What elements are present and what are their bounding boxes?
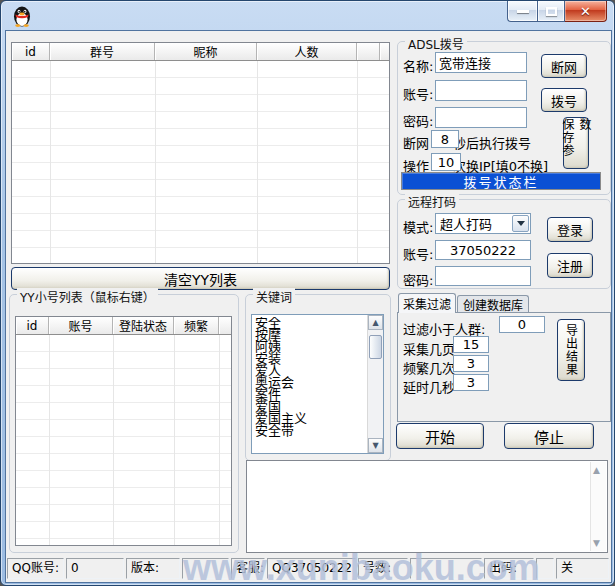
adsl-account-label: 账号:: [403, 84, 433, 103]
scroll-down-icon[interactable]: ▼: [593, 538, 600, 548]
column-header-label: 人数: [294, 43, 318, 60]
adsl-account-input[interactable]: [435, 80, 527, 101]
start-label: 开始: [425, 426, 455, 447]
operate-minutes-input[interactable]: [431, 153, 461, 171]
column-header-label: 群号: [90, 43, 114, 60]
log-scrollbar[interactable]: ▲ ▼: [590, 462, 606, 551]
keywords-items: 安全 按摩 阿姨 安装 爱人 奥运会 案件 爱国 爱国主义 安全带: [253, 317, 366, 452]
disconnect-seconds-input[interactable]: [431, 130, 459, 148]
pages-input[interactable]: [453, 336, 489, 353]
column-header-nick[interactable]: 昵称: [155, 43, 257, 60]
column-header-extra[interactable]: [357, 43, 380, 60]
scroll-down-icon[interactable]: ▼: [368, 438, 383, 453]
login-button[interactable]: 登录: [547, 217, 593, 242]
export-results-button[interactable]: 导出结果: [557, 319, 585, 381]
status-out-label: 出码:: [484, 558, 534, 579]
captcha-password-label: 密码:: [403, 270, 433, 289]
adsl-name-label: 名称:: [403, 56, 433, 75]
column-header-group[interactable]: 群号: [50, 43, 155, 60]
adsl-title: ADSL拨号: [405, 35, 467, 52]
stop-button[interactable]: 停止: [504, 423, 594, 449]
scrollbar-thumb[interactable]: [369, 335, 382, 359]
close-button[interactable]: ✕: [565, 1, 607, 22]
captcha-mode-select[interactable]: 超人打码: [435, 213, 531, 234]
adsl-name-input[interactable]: [435, 52, 527, 73]
column-header-account[interactable]: 账号: [49, 317, 113, 334]
operate-suffix: 次换IP[填0不换]: [453, 156, 548, 175]
save-params-button[interactable]: 保存参数: [563, 117, 589, 169]
remote-captcha-title: 远程打码: [405, 193, 459, 210]
yy-group-table[interactable]: id 群号 昵称 人数: [11, 42, 390, 264]
yy-accounts-table[interactable]: id 账号 登陆状态 频繁: [15, 316, 232, 546]
captcha-mode-value: 超人打码: [436, 214, 512, 233]
keywords-title: 关键词: [253, 288, 295, 305]
status-version-label: 版本:: [126, 558, 180, 579]
mode-label: 模式:: [403, 217, 433, 236]
register-button[interactable]: 注册: [547, 253, 593, 278]
scroll-up-icon[interactable]: ▲: [593, 465, 600, 475]
scroll-up-icon[interactable]: ▲: [368, 315, 383, 330]
log-output-box[interactable]: ▲ ▼: [246, 460, 608, 553]
qq-penguin-icon: [13, 5, 31, 27]
keywords-listbox[interactable]: 安全 按摩 阿姨 安装 爱人 奥运会 案件 爱国 爱国主义 安全带 ▲ ▼: [251, 314, 384, 454]
dial-button[interactable]: 拨号: [541, 88, 587, 112]
start-button[interactable]: 开始: [396, 423, 484, 449]
app-window: ✕ id 群号 昵称 人数 清空YY列表 YY小号列表（鼠标右键） id 账号: [0, 0, 615, 586]
keywords-scrollbar[interactable]: ▲ ▼: [367, 315, 383, 453]
disconnect-button[interactable]: 断网: [541, 54, 587, 78]
column-separator: [49, 335, 50, 545]
min-people-input[interactable]: [499, 316, 545, 333]
save-params-label: 保存参数: [559, 118, 593, 168]
clear-yy-list-button[interactable]: 清空YY列表: [11, 267, 390, 290]
yy-accounts-table-header: id 账号 登陆状态 频繁: [16, 317, 231, 335]
status-qq-label: QQ账号:: [7, 558, 64, 579]
combo-dropdown-button[interactable]: [512, 215, 529, 232]
clear-yy-list-label: 清空YY列表: [164, 269, 237, 289]
minimize-button[interactable]: [507, 1, 537, 22]
title-bar[interactable]: ✕: [1, 1, 614, 30]
maximize-button[interactable]: [537, 1, 565, 22]
column-header-label: 账号: [68, 317, 92, 334]
caption-buttons: ✕: [507, 1, 607, 22]
column-header-status[interactable]: 登陆状态: [113, 317, 174, 334]
column-separator: [174, 335, 175, 545]
maximize-icon: [546, 7, 557, 16]
column-header-label: 频繁: [184, 317, 208, 334]
column-header-label: id: [27, 319, 38, 333]
frequent-input[interactable]: [453, 355, 489, 372]
column-header-id[interactable]: id: [12, 43, 50, 60]
yy-group-table-header: id 群号 昵称 人数: [12, 43, 389, 61]
chevron-down-icon: [517, 221, 525, 226]
column-separator: [219, 335, 220, 545]
column-separator: [155, 61, 156, 263]
captcha-account-input[interactable]: [435, 240, 531, 260]
status-qq-value: 0: [66, 558, 124, 579]
tab-create-database[interactable]: 创建数据库: [457, 295, 529, 313]
pages-label: 采集几页: [403, 339, 455, 358]
status-out-value: [536, 558, 554, 579]
column-separator: [113, 335, 114, 545]
status-version-value: [182, 558, 229, 579]
column-header-count[interactable]: 人数: [257, 43, 357, 60]
tab-collect-filter[interactable]: 采集过滤: [398, 293, 456, 313]
adsl-password-input[interactable]: [435, 107, 527, 128]
column-header-id[interactable]: id: [16, 317, 49, 334]
status-count-label: 号数:: [358, 558, 408, 579]
stop-label: 停止: [534, 426, 564, 447]
yy-accounts-title: YY小号列表（鼠标右键）: [17, 288, 158, 305]
disconnect-suffix: 秒后执行拨号: [453, 133, 531, 152]
status-service-value: QQ37050222: [267, 558, 356, 579]
column-header-filler: [219, 317, 231, 334]
column-header-label: 登陆状态: [119, 317, 167, 334]
keyword-item[interactable]: 安全带: [253, 425, 366, 437]
export-results-label: 导出结果: [563, 324, 580, 376]
tab-collect-filter-label: 采集过滤: [403, 295, 451, 312]
yy-accounts-table-body[interactable]: [16, 335, 231, 545]
column-header-freq[interactable]: 频繁: [174, 317, 219, 334]
delay-input[interactable]: [453, 374, 489, 391]
captcha-password-input[interactable]: [435, 266, 531, 286]
yy-group-table-body[interactable]: [12, 61, 389, 263]
dial-label: 拨号: [551, 91, 577, 110]
frequent-label: 频繁几次: [403, 358, 455, 377]
column-header-label: id: [25, 45, 36, 59]
